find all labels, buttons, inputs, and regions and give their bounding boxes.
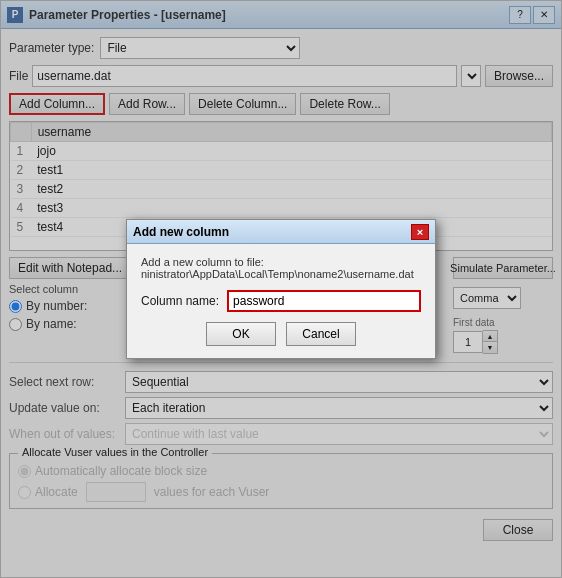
modal-info-line2: ninistrator\AppData\Local\Temp\noname2\u… — [141, 268, 421, 280]
modal-info-line1: Add a new column to file: — [141, 256, 421, 268]
modal-title-bar: Add new column × — [127, 220, 435, 244]
modal-ok-button[interactable]: OK — [206, 322, 276, 346]
modal-field-row: Column name: — [141, 290, 421, 312]
column-name-label: Column name: — [141, 294, 219, 308]
modal-cancel-button[interactable]: Cancel — [286, 322, 356, 346]
modal-close-button[interactable]: × — [411, 224, 429, 240]
modal-info: Add a new column to file: ninistrator\Ap… — [141, 256, 421, 280]
modal-buttons: OK Cancel — [141, 322, 421, 346]
modal-dialog: Add new column × Add a new column to fil… — [126, 219, 436, 359]
main-window: P Parameter Properties - [username] ? ✕ … — [0, 0, 562, 578]
modal-overlay: Add new column × Add a new column to fil… — [1, 1, 561, 577]
modal-title: Add new column — [133, 225, 411, 239]
column-name-input[interactable] — [227, 290, 421, 312]
modal-content: Add a new column to file: ninistrator\Ap… — [127, 244, 435, 358]
